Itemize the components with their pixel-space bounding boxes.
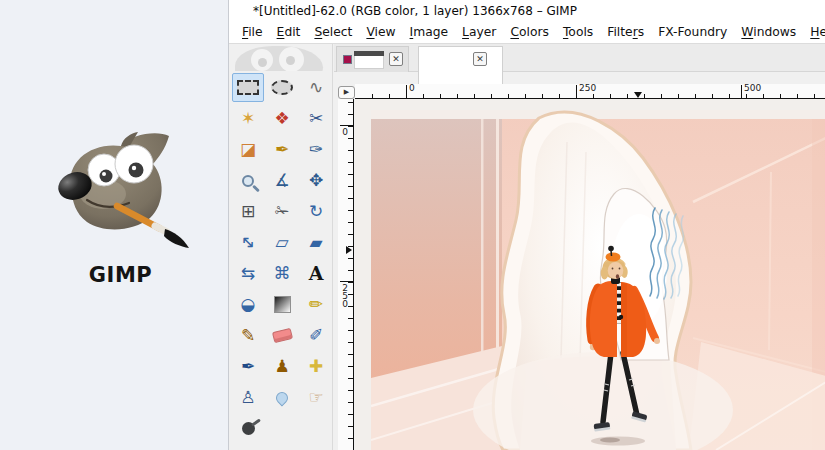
hruler-tick — [610, 94, 611, 98]
tool-measure[interactable]: ∡ — [266, 166, 298, 195]
tool-pencil[interactable]: ✏ — [300, 290, 332, 319]
window-title: *[Untitled]-62.0 (RGB color, 1 layer) 13… — [253, 0, 577, 22]
tool-free-select[interactable]: ∿ — [300, 73, 332, 102]
gimp-desktop-icon[interactable]: GIMP — [38, 130, 203, 287]
vruler-tick — [348, 186, 353, 187]
select-by-color-icon: ❖ — [274, 110, 289, 127]
eraser-icon — [271, 328, 292, 343]
tool-handle-transform[interactable]: ⌘ — [266, 259, 298, 288]
tool-smudge[interactable]: ☞ — [300, 383, 332, 412]
tool-heal[interactable]: ✚ — [300, 352, 332, 381]
menu-select[interactable]: Select — [307, 22, 359, 44]
tab1-close-icon[interactable]: ✕ — [389, 52, 403, 66]
tool-ellipse-select[interactable] — [266, 73, 298, 102]
tool-flip[interactable]: ⇆ — [232, 259, 264, 288]
tool-paintbrush[interactable]: ✎ — [232, 321, 264, 350]
tool-select-by-color[interactable]: ❖ — [266, 104, 298, 133]
ellipse-select-icon — [271, 80, 293, 95]
paintbrush-icon: ✎ — [241, 327, 255, 344]
tab2-close-icon[interactable]: ✕ — [473, 52, 487, 66]
title-bar[interactable]: *[Untitled]-62.0 (RGB color, 1 layer) 13… — [229, 0, 825, 22]
menu-help[interactable]: Help — [803, 22, 825, 44]
tool-foreground-select[interactable]: ◪ — [232, 135, 264, 164]
vruler-tick — [348, 174, 353, 175]
vruler-major-tick — [340, 125, 353, 126]
tool-zoom[interactable] — [232, 166, 264, 195]
wilber-watermark-icon — [229, 44, 332, 71]
hruler-tick — [814, 94, 815, 98]
tool-bucket-fill[interactable]: ◒ — [232, 290, 264, 319]
tool-blur-sharpen[interactable] — [266, 383, 298, 412]
measure-icon: ∡ — [274, 172, 289, 189]
vruler-tick — [348, 150, 353, 151]
smudge-icon: ☞ — [308, 389, 323, 406]
vruler-tick — [348, 366, 353, 367]
tool-shear[interactable]: ▱ — [266, 228, 298, 257]
hruler-label: 500 — [744, 84, 761, 93]
hruler-major-tick — [576, 85, 577, 98]
hruler-tick — [678, 94, 679, 98]
tool-color-picker[interactable]: ✑ — [300, 135, 332, 164]
tool-move[interactable]: ✥ — [300, 166, 332, 195]
hruler-tick — [763, 94, 764, 98]
tool-text[interactable]: A — [300, 259, 332, 288]
canvas-menu-button[interactable]: ▶ — [338, 86, 355, 99]
tool-eraser[interactable] — [266, 321, 298, 350]
free-select-icon: ∿ — [309, 79, 323, 96]
tool-paths[interactable]: ✒ — [266, 135, 298, 164]
tool-gradient[interactable] — [266, 290, 298, 319]
menu-view[interactable]: View — [359, 22, 402, 44]
tool-rectangle-select[interactable] — [232, 73, 264, 102]
tool-dodge-burn[interactable] — [232, 414, 264, 443]
horizontal-ruler[interactable]: 0250500 — [355, 84, 825, 99]
paths-icon: ✒ — [275, 141, 289, 158]
menu-image[interactable]: Image — [403, 22, 456, 44]
blur-sharpen-icon — [274, 389, 291, 406]
align-icon: ⊞ — [241, 203, 255, 220]
tool-align[interactable]: ⊞ — [232, 197, 264, 226]
menu-tools[interactable]: Tools — [556, 22, 600, 44]
menu-colors[interactable]: Colors — [503, 22, 556, 44]
tool-perspective-clone[interactable]: ♙ — [232, 383, 264, 412]
tool-ink[interactable]: ✒ — [232, 352, 264, 381]
hruler-tick — [372, 94, 373, 98]
tool-fuzzy-select[interactable]: ✶ — [232, 104, 264, 133]
vertical-ruler[interactable]: 02 5 0 — [338, 99, 354, 450]
shear-icon: ▱ — [275, 234, 288, 251]
rotate-icon: ↻ — [309, 203, 323, 220]
tool-rotate[interactable]: ↻ — [300, 197, 332, 226]
ink-icon: ✒ — [241, 358, 255, 375]
vruler-tick — [348, 438, 353, 439]
zoom-icon — [242, 175, 254, 187]
image-tab-1[interactable]: ✕ — [336, 46, 409, 72]
vruler-tick — [348, 414, 353, 415]
tool-scale[interactable]: ↔ — [232, 228, 264, 257]
vruler-major-tick — [340, 281, 353, 282]
vruler-tick — [348, 330, 353, 331]
canvas-viewport[interactable] — [355, 99, 825, 450]
hruler-tick — [423, 94, 424, 98]
menu-layer[interactable]: Layer — [455, 22, 503, 44]
vruler-tick — [348, 390, 353, 391]
image-tab-2-active[interactable]: ✕ — [418, 46, 503, 84]
vruler-tick — [348, 270, 353, 271]
menu-windows[interactable]: Windows — [734, 22, 803, 44]
tool-scissors-select[interactable]: ✂ — [300, 104, 332, 133]
tool-crop[interactable]: ✁ — [266, 197, 298, 226]
crop-icon: ✁ — [275, 203, 289, 220]
image-tab-strip: ✕ ✕ — [334, 44, 825, 72]
menu-filters[interactable]: Filters — [600, 22, 651, 44]
tool-airbrush[interactable]: ✐ — [300, 321, 332, 350]
tool-perspective[interactable]: ▰ — [300, 228, 332, 257]
menu-fxfoundry[interactable]: FX-Foundry — [651, 22, 734, 44]
pencil-icon: ✏ — [309, 296, 323, 313]
hruler-tick — [525, 94, 526, 98]
color-picker-icon: ✑ — [309, 141, 323, 158]
menu-file[interactable]: File — [235, 22, 270, 44]
vruler-tick — [348, 342, 353, 343]
menu-edit[interactable]: Edit — [270, 22, 308, 44]
hruler-tick — [729, 94, 730, 98]
tool-clone[interactable]: ♟ — [266, 352, 298, 381]
vruler-tick — [348, 138, 353, 139]
handle-transform-icon: ⌘ — [274, 265, 291, 282]
